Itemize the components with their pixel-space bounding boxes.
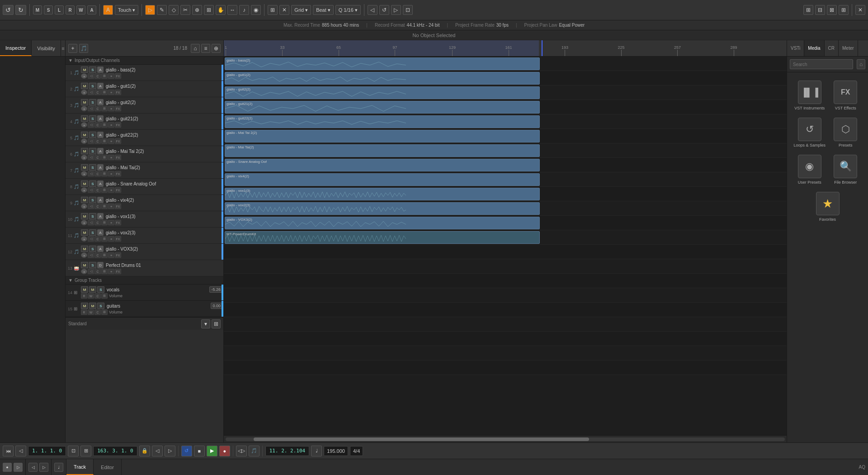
inspector-menu-button[interactable]: ≡ (61, 40, 65, 56)
arrange-clip[interactable]: giallo - guit22(2) (225, 115, 540, 128)
track-ctrl-c[interactable]: C (94, 171, 101, 176)
redo-button[interactable]: ↻ (15, 5, 26, 15)
track-ctrl-eq[interactable]: ≡ (108, 252, 114, 258)
track-ctrl-r[interactable]: R (81, 293, 87, 299)
grid-dropdown[interactable]: Grid ▾ (291, 5, 311, 15)
track-ctrl-eq[interactable]: ≡ (108, 236, 114, 242)
track-zoom-btn[interactable]: ⊕ (212, 44, 221, 53)
undo-button[interactable]: ↺ (3, 5, 14, 15)
track-ctrl-rec[interactable]: ● (81, 73, 87, 79)
track-ctrl-c[interactable]: C (94, 236, 101, 242)
arrange-tracks[interactable]: giallo - bass(2) giallo - guit1(2) (224, 57, 787, 435)
time-sig-display[interactable]: 4/4 (350, 446, 363, 456)
tool-audition[interactable]: ♪ (239, 5, 249, 15)
track-ctrl-link[interactable]: ⊞ (101, 204, 108, 209)
track-ctrl-c[interactable]: C (94, 122, 101, 128)
media-item-vst-effects[interactable]: FX VST Effects (828, 77, 864, 114)
track-ctrl-fx[interactable]: FX (115, 269, 121, 274)
in-marker-button[interactable]: ◁ (152, 446, 163, 456)
beat-dropdown[interactable]: Beat ▾ (313, 5, 334, 15)
tab-meter[interactable]: Meter (839, 40, 858, 56)
track-mute-button[interactable]: M (81, 286, 88, 293)
mode-m-button[interactable]: M (33, 5, 42, 14)
punch-btn[interactable]: ⊡ (403, 5, 413, 15)
track-ctrl-rec[interactable]: ● (81, 236, 87, 242)
arrange-clip[interactable]: giallo - VOX3(2) (225, 217, 540, 229)
record-monitor-btn[interactable]: ● (3, 463, 12, 472)
track-ctrl-link[interactable]: ⊞ (101, 90, 108, 95)
play-button[interactable]: ▶ (207, 446, 217, 456)
track-ctrl-eq[interactable]: ≡ (108, 187, 114, 193)
track-ctrl-monitor[interactable]: ◁ (88, 90, 94, 95)
track-mute-button[interactable]: M (81, 262, 88, 268)
track-solo-button[interactable]: S (89, 83, 96, 89)
home-button[interactable]: ⌂ (857, 59, 865, 69)
tab-inspector[interactable]: Inspector (0, 40, 32, 56)
track-ctrl-eq[interactable]: ≡ (108, 204, 114, 209)
track-ctrl-fx[interactable]: FX (115, 204, 121, 209)
punch-in-button[interactable]: ⊡ (68, 446, 79, 456)
click2-btn[interactable]: ♩ (54, 463, 63, 472)
track-ctrl-fx[interactable]: FX (115, 171, 121, 176)
tool-mute[interactable]: ✋ (216, 5, 226, 15)
media-item-loops[interactable]: ↺ Loops & Samples (792, 114, 828, 151)
track-ctrl-rec[interactable]: ● (81, 269, 87, 274)
media-item-presets[interactable]: ⬡ Presets (828, 114, 864, 151)
track-solo-button[interactable]: S (97, 303, 104, 309)
arrange-clip[interactable]: giallo - Snare Analog Oof (225, 159, 540, 171)
track-ctrl-eq[interactable]: ≡ (108, 90, 114, 95)
track-ctrl-monitor[interactable]: ◁ (88, 187, 94, 193)
media-item-user-presets[interactable]: ◉ User Presets (792, 151, 828, 188)
scrollbar-thumb[interactable] (254, 437, 589, 441)
track-settings-button[interactable]: 🎵 (79, 44, 88, 53)
track-solo-button[interactable]: S (89, 197, 96, 203)
track-ctrl-link[interactable]: ⊞ (101, 138, 108, 144)
track-filter-btn[interactable]: ⌂ (191, 44, 200, 53)
record-button[interactable]: ● (219, 446, 230, 456)
tool-zoom[interactable]: ⊞ (204, 5, 214, 15)
window-layout-btn3[interactable]: ⊠ (827, 5, 837, 15)
track-solo-button[interactable]: S (89, 246, 96, 252)
mode-l-button[interactable]: L (55, 5, 64, 14)
track-ctrl-link[interactable]: ⊞ (101, 171, 108, 176)
track-ctrl-eq[interactable]: ≡ (108, 106, 114, 111)
track-ctrl-c[interactable]: C (94, 73, 101, 79)
track-solo-button[interactable]: S (89, 115, 96, 122)
x-button[interactable]: ✕ (279, 5, 289, 15)
track-ctrl-link[interactable]: ⊞ (101, 187, 108, 193)
tool-draw[interactable]: ✎ (157, 5, 167, 15)
mode-r-button[interactable]: R (66, 5, 75, 14)
track-mute-button[interactable]: M (81, 115, 88, 122)
mode-w-button[interactable]: W (76, 5, 85, 14)
track-ctrl-fx[interactable]: FX (115, 106, 121, 111)
media-item-file-browser[interactable]: 🔍 File Browser (828, 151, 864, 188)
track-ctrl-c[interactable]: C (94, 269, 101, 274)
statusbar-btn1[interactable]: ▾ (201, 319, 210, 328)
track-ctrl-c[interactable]: C (94, 204, 101, 209)
track-ctrl-link[interactable]: ⊞ (101, 155, 108, 160)
track-mute-button[interactable]: M (81, 303, 88, 309)
track-ctrl-fx[interactable]: FX (115, 252, 121, 258)
mode-a-button[interactable]: A (87, 5, 96, 14)
track-ctrl-link[interactable]: ⊞ (101, 252, 108, 258)
cycle-button[interactable]: ↺ (181, 446, 192, 456)
arrange-clip[interactable]: giallo - vox1(3) (225, 188, 540, 200)
tab-visibility[interactable]: Visibility (32, 40, 61, 56)
track-solo-button[interactable]: S (89, 229, 96, 236)
track-solo-button[interactable]: S (89, 262, 96, 268)
automation-button[interactable]: A (103, 5, 113, 15)
track-mute-button[interactable]: M (81, 66, 88, 73)
track-ctrl-eq[interactable]: ≡ (108, 171, 114, 176)
arrange-clip[interactable]: giallo - guit1(2) (225, 72, 540, 85)
go-to-start-button[interactable]: ⏮ (3, 446, 14, 456)
track-ctrl-c[interactable]: C (94, 252, 101, 258)
track-ctrl-c2[interactable]: C (94, 293, 101, 299)
arrange-clip[interactable]: giallo - Mai Tai 2(2) (225, 130, 540, 142)
arrange-clip[interactable]: giallo - guit21(2) (225, 101, 540, 114)
nudge-right2-btn[interactable]: ▷ (39, 463, 48, 472)
track-ctrl-c[interactable]: C (94, 220, 101, 225)
track-mute-button[interactable]: M (81, 164, 88, 171)
arrange-clip[interactable]: MT-PowerDrumKit (225, 231, 540, 244)
track-ctrl-monitor[interactable]: ◁ (88, 220, 94, 225)
track-ctrl-monitor[interactable]: ◁ (88, 269, 94, 274)
